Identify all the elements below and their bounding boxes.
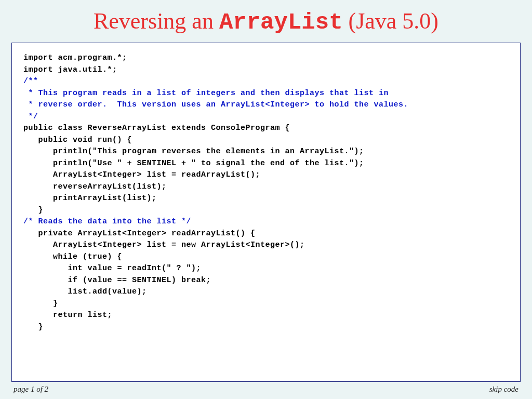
code-line: public class ReverseArrayList extends Co… bbox=[23, 123, 509, 135]
code-line: } bbox=[23, 322, 509, 334]
title-pre: Reversing an bbox=[94, 8, 219, 34]
code-line: import acm.program.*; bbox=[23, 52, 509, 64]
code-comment: * This program reads in a list of intege… bbox=[23, 88, 509, 100]
code-line: } bbox=[23, 298, 509, 310]
code-line: while (true) { bbox=[23, 251, 509, 263]
slide-title: Reversing an ArrayList (Java 5.0) bbox=[11, 8, 521, 35]
code-line: list.add(value); bbox=[23, 286, 509, 298]
code-line: println("This program reverses the eleme… bbox=[23, 146, 509, 158]
code-line: reverseArrayList(list); bbox=[23, 181, 509, 193]
code-line: int value = readInt(" ? "); bbox=[23, 263, 509, 275]
title-post: (Java 5.0) bbox=[343, 8, 439, 34]
code-line: } bbox=[23, 205, 509, 217]
code-comment: /* Reads the data into the list */ bbox=[23, 216, 509, 228]
code-comment: * reverse order. This version uses an Ar… bbox=[23, 99, 509, 111]
code-comment: /** bbox=[23, 76, 509, 88]
code-line: import java.util.*; bbox=[23, 64, 509, 76]
title-mono: ArrayList bbox=[219, 9, 343, 35]
code-line: printArrayList(list); bbox=[23, 193, 509, 205]
code-line: private ArrayList<Integer> readArrayList… bbox=[23, 228, 509, 240]
footer: page 1 of 2 skip code bbox=[11, 382, 521, 394]
skip-code-link[interactable]: skip code bbox=[489, 385, 518, 394]
code-comment: */ bbox=[23, 111, 509, 123]
page-indicator: page 1 of 2 bbox=[14, 385, 48, 394]
code-line: println("Use " + SENTINEL + " to signal … bbox=[23, 158, 509, 170]
code-line: ArrayList<Integer> list = readArrayList(… bbox=[23, 169, 509, 181]
slide: Reversing an ArrayList (Java 5.0) import… bbox=[0, 0, 532, 399]
code-line: return list; bbox=[23, 310, 509, 322]
code-box: import acm.program.*; import java.util.*… bbox=[11, 43, 521, 382]
code-line: if (value == SENTINEL) break; bbox=[23, 275, 509, 287]
code-line: public void run() { bbox=[23, 135, 509, 147]
code-line: ArrayList<Integer> list = new ArrayList<… bbox=[23, 240, 509, 251]
